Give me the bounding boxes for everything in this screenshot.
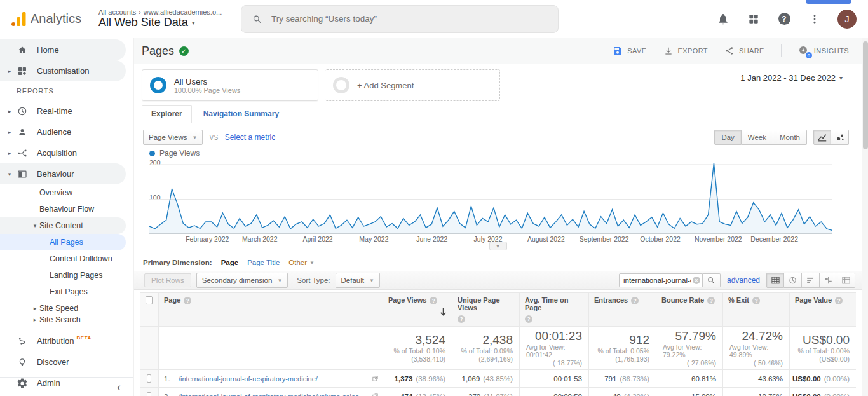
notifications-bell-icon[interactable] (715, 11, 731, 27)
vertical-scrollbar[interactable] (862, 38, 868, 396)
help-icon[interactable]: ? (458, 315, 465, 323)
sidebar-item-behaviour-flow[interactable]: Behaviour Flow (0, 201, 133, 217)
open-page-external-icon[interactable] (372, 393, 379, 396)
analytics-logo[interactable]: Analytics (0, 11, 81, 27)
tab-explorer[interactable]: Explorer (142, 105, 192, 123)
table-search-input[interactable] (619, 273, 703, 287)
sidebar-item-behaviour[interactable]: ▾Behaviour (0, 163, 126, 184)
col-header-entrances[interactable]: Entrances? (588, 293, 656, 326)
breadcrumb-root[interactable]: All accounts (98, 8, 136, 16)
col-header-avg-time-on-page[interactable]: Avg. Time on Page? (519, 293, 588, 326)
col-header-page-value[interactable]: Page Value? (789, 293, 856, 326)
sidebar-item-customisation[interactable]: ▸Customisation (0, 60, 126, 81)
dimension-page-title[interactable]: Page Title (247, 259, 280, 266)
plot-rows-button[interactable]: Plot Rows (144, 273, 191, 287)
scrollbar-thumb[interactable] (863, 41, 868, 149)
sort-type-select[interactable]: Default ▼ (336, 273, 380, 288)
date-range-picker[interactable]: 1 Jan 2022 - 31 Dec 2022 ▾ (740, 73, 843, 83)
chart-plot-area[interactable] (149, 161, 832, 234)
sidebar-item-site-content[interactable]: ▾Site Content (0, 217, 126, 234)
help-icon[interactable]: ? (184, 297, 191, 304)
help-icon[interactable]: ? (752, 297, 760, 304)
line-chart-view-icon[interactable] (813, 130, 831, 145)
sidebar-item-site-search[interactable]: ▸Site Search (0, 317, 133, 323)
behaviour-icon (17, 168, 28, 180)
avatar[interactable]: J (837, 10, 857, 29)
col-header-unique-page-views[interactable]: Unique Page Views? (452, 293, 519, 326)
account-breadcrumb[interactable]: All accounts › www.alliedacademies.o... … (98, 8, 222, 29)
kebab-menu-icon[interactable] (807, 11, 822, 27)
clear-search-icon[interactable]: ✕ (693, 277, 700, 284)
sidebar-item-overview[interactable]: Overview (0, 184, 133, 201)
col-header-bounce-rate[interactable]: Bounce Rate? (656, 293, 722, 326)
sidebar-item-all-pages[interactable]: All Pages (0, 234, 126, 250)
collapse-sidebar-icon[interactable]: ‹ (117, 381, 121, 393)
col-header-page[interactable]: Page? (158, 293, 383, 326)
dimension-page[interactable]: Page (221, 259, 239, 266)
sidebar-item-real-time[interactable]: ▸Real-time (0, 100, 133, 121)
help-icon[interactable]: ? (707, 297, 715, 304)
performance-view-icon[interactable] (802, 273, 820, 288)
help-icon[interactable]: ? (835, 297, 843, 304)
chevron-down-icon[interactable]: ▾ (5, 171, 14, 177)
table-search-button[interactable] (703, 273, 721, 287)
sidebar-item-discover[interactable]: Discover (0, 352, 133, 372)
property-name[interactable]: All Web Site Data (98, 16, 188, 29)
apps-grid-icon[interactable] (746, 11, 761, 27)
select-metric-link[interactable]: Select a metric (225, 133, 275, 142)
share-icon (724, 46, 735, 56)
sidebar-item-attribution[interactable]: AttributionBETA (0, 331, 133, 352)
property-dropdown-icon[interactable]: ▾ (192, 19, 195, 26)
dimension-other[interactable]: Other ▼ (288, 259, 315, 266)
chevron-right-icon[interactable]: ▸ (31, 305, 39, 311)
select-all-checkbox[interactable] (146, 296, 153, 304)
add-segment-button[interactable]: + Add Segment (325, 69, 500, 101)
sidebar-item-home[interactable]: Home (0, 39, 126, 60)
chevron-right-icon[interactable]: ▸ (5, 68, 14, 74)
sidebar-item-content-drilldown[interactable]: Content Drilldown (0, 250, 133, 267)
chevron-right-icon[interactable]: ▸ (5, 108, 14, 114)
global-search-input[interactable] (271, 14, 548, 24)
global-search[interactable] (241, 5, 559, 33)
insights-button[interactable]: 6 INSIGHTS (798, 45, 849, 57)
tab-navigation-summary[interactable]: Navigation Summary (194, 106, 288, 123)
row-checkbox[interactable] (147, 392, 151, 396)
share-button[interactable]: SHARE (724, 46, 764, 56)
pivot-view-icon[interactable] (837, 273, 855, 288)
advanced-search-link[interactable]: advanced (727, 276, 760, 285)
percentage-view-icon[interactable] (784, 273, 802, 288)
metric-select[interactable]: Page Views ▼ (143, 130, 203, 145)
chevron-down-icon[interactable]: ▾ (31, 222, 39, 229)
export-button[interactable]: EXPORT (663, 46, 708, 56)
granularity-week[interactable]: Week (742, 130, 773, 145)
segment-all-users[interactable]: All Users 100.00% Page Views (142, 69, 318, 101)
sidebar-item-exit-pages[interactable]: Exit Pages (0, 283, 133, 300)
granularity-day[interactable]: Day (714, 130, 741, 145)
sidebar-item-landing-pages[interactable]: Landing Pages (0, 267, 133, 283)
chart-collapse-button[interactable]: ▼ (489, 242, 507, 250)
sort-desc-icon[interactable] (440, 308, 447, 317)
chevron-right-icon[interactable]: ▸ (5, 150, 14, 156)
sidebar-item-site-speed[interactable]: ▸Site Speed (0, 300, 133, 317)
comparison-view-icon[interactable] (820, 273, 837, 288)
row-checkbox[interactable] (147, 374, 151, 383)
open-page-external-icon[interactable] (372, 375, 379, 382)
col-header-exit[interactable]: % Exit? (722, 293, 789, 326)
granularity-month[interactable]: Month (773, 130, 807, 145)
page-link[interactable]: /international-journal-of-respiratory-me… (179, 375, 366, 383)
save-button[interactable]: SAVE (613, 46, 646, 56)
breadcrumb-site[interactable]: www.alliedacademies.o... (144, 8, 222, 16)
sidebar-item-audience[interactable]: ▸Audience (0, 121, 133, 142)
help-icon[interactable]: ? (631, 297, 639, 304)
help-icon[interactable]: ? (776, 11, 792, 27)
data-table-view-icon[interactable] (766, 273, 784, 288)
help-icon[interactable]: ? (525, 315, 532, 323)
motion-chart-view-icon[interactable] (831, 130, 849, 145)
page-link[interactable]: /international-journal-of-respiratory-me… (179, 393, 366, 396)
secondary-dimension-select[interactable]: Secondary dimension ▼ (196, 273, 288, 288)
col-header-page-views[interactable]: Page Views? (383, 293, 452, 326)
help-icon[interactable]: ? (430, 297, 437, 304)
chevron-right-icon[interactable]: ▸ (5, 129, 14, 135)
sidebar-item-acquisition[interactable]: ▸Acquisition (0, 142, 133, 163)
chevron-right-icon[interactable]: ▸ (31, 317, 39, 323)
